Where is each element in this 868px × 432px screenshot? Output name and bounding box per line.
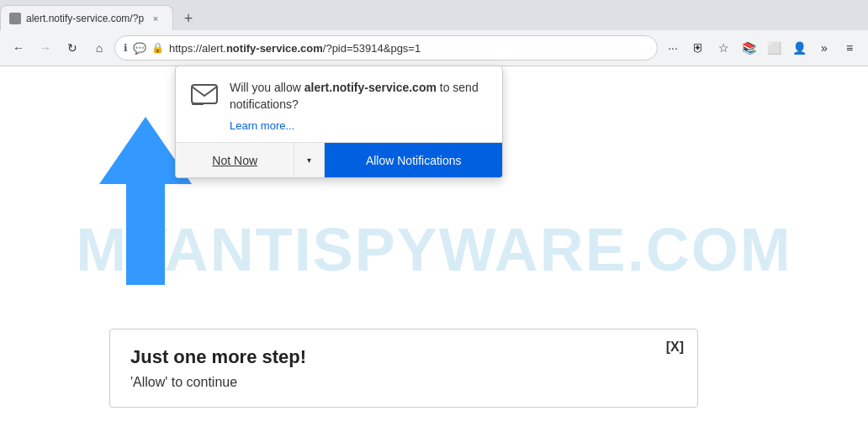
notification-permission-popup: Will you allow alert.notify-service.com … xyxy=(175,66,503,178)
info-icon: ℹ xyxy=(124,42,128,54)
tab-close-button[interactable]: × xyxy=(149,12,162,25)
browser-chrome: alert.notify-service.com/?p × + ← → ↻ ⌂ … xyxy=(0,0,868,66)
lock-icon: 🔒 xyxy=(151,42,164,54)
bookmark-button[interactable]: ☆ xyxy=(712,36,735,60)
url-display: https://alert.notify-service.com/?pid=53… xyxy=(169,42,648,55)
back-button[interactable]: ← xyxy=(7,36,30,60)
notif-popup-body: Will you allow alert.notify-service.com … xyxy=(176,66,502,142)
notification-icon xyxy=(189,80,220,110)
tab-bar: alert.notify-service.com/?p × + xyxy=(0,0,868,30)
url-suffix: /?pid=53914&pgs=1 xyxy=(323,42,421,55)
refresh-button[interactable]: ↻ xyxy=(61,36,84,60)
shield-button[interactable]: ⛨ xyxy=(686,36,710,60)
not-now-dropdown-button[interactable]: ▾ xyxy=(294,143,325,177)
address-bar[interactable]: ℹ 💬 🔒 https://alert.notify-service.com/?… xyxy=(114,35,658,61)
notif-message: Will you allow alert.notify-service.com … xyxy=(230,80,489,113)
forward-button[interactable]: → xyxy=(34,36,57,60)
chat-icon: 💬 xyxy=(133,42,146,55)
svg-rect-0 xyxy=(192,85,217,103)
url-prefix: https://alert. xyxy=(169,42,226,55)
nav-right-buttons: ··· ⛨ ☆ 📚 ⬜ 👤 » ≡ xyxy=(661,36,861,60)
notif-popup-actions: Not Now ▾ Allow Notifications xyxy=(176,142,502,177)
tab-favicon xyxy=(9,13,21,24)
content-box-title: Just one more step! xyxy=(130,346,677,368)
nav-bar: ← → ↻ ⌂ ℹ 💬 🔒 https://alert.notify-servi… xyxy=(0,30,868,66)
notif-message-site: alert.notify-service.com xyxy=(304,81,437,94)
url-bold: notify-service.com xyxy=(226,42,323,55)
learn-more-link[interactable]: Learn more... xyxy=(230,119,489,132)
notif-text-area: Will you allow alert.notify-service.com … xyxy=(230,80,489,132)
more-button[interactable]: ··· xyxy=(661,36,685,60)
extensions-button[interactable]: » xyxy=(812,36,836,60)
svg-rect-1 xyxy=(192,103,204,105)
home-button[interactable]: ⌂ xyxy=(87,36,111,60)
content-box-close-button[interactable]: [X] xyxy=(666,340,684,355)
not-now-button[interactable]: Not Now xyxy=(176,143,294,177)
library-button[interactable]: 📚 xyxy=(737,36,760,60)
content-box: Just one more step! 'Allow' to continue … xyxy=(109,329,698,408)
active-tab[interactable]: alert.notify-service.com/?p × xyxy=(0,5,173,30)
synced-tabs-button[interactable]: ⬜ xyxy=(762,36,786,60)
menu-button[interactable]: ≡ xyxy=(838,36,861,60)
new-tab-button[interactable]: + xyxy=(177,7,200,30)
notif-message-prefix: Will you allow xyxy=(230,81,304,94)
allow-notifications-button[interactable]: Allow Notifications xyxy=(325,143,502,177)
account-button[interactable]: 👤 xyxy=(787,36,811,60)
content-box-subtitle: 'Allow' to continue xyxy=(130,375,677,390)
tab-title: alert.notify-service.com/?p xyxy=(26,13,144,24)
